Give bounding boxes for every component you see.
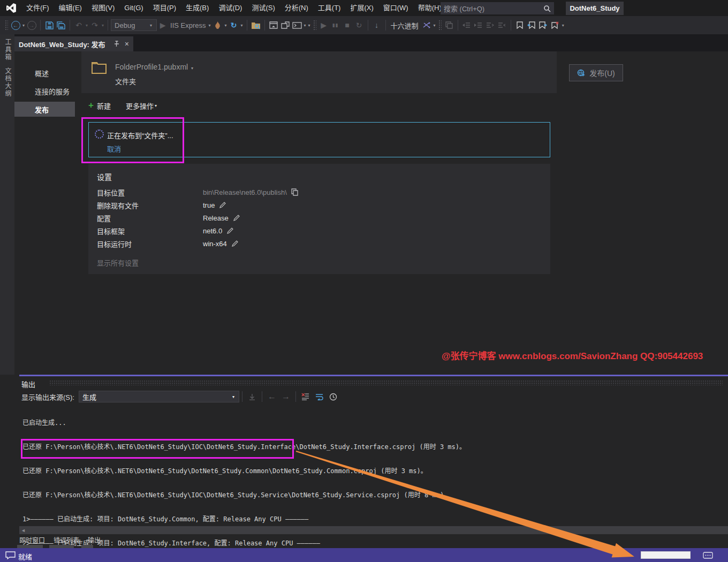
nav-item-overview[interactable]: 概述 xyxy=(14,65,75,80)
timestamp-clock-button[interactable] xyxy=(327,391,340,402)
run-profile-label[interactable]: IIS Express xyxy=(170,21,206,29)
comment-selection-button[interactable] xyxy=(485,19,496,32)
menu-git[interactable]: Git(G) xyxy=(119,0,148,16)
show-all-settings-link[interactable]: 显示所有设置 xyxy=(97,257,139,268)
nav-item-connected-services[interactable]: 连接的服务 xyxy=(14,83,75,98)
new-profile-label: 新建 xyxy=(97,101,111,111)
undo-dropdown-caret[interactable]: ▾ xyxy=(86,23,88,28)
close-tab-icon[interactable]: × xyxy=(125,40,129,48)
panel-drag-texture[interactable] xyxy=(49,380,723,385)
toggle-bookmark-button[interactable] xyxy=(514,19,525,32)
undo-button[interactable]: ↶ xyxy=(73,19,84,32)
output-horizontal-scrollbar[interactable]: ◄ xyxy=(19,526,728,534)
increase-indent-button[interactable] xyxy=(473,19,484,32)
find-in-solution-explorer-button[interactable] xyxy=(251,19,261,32)
copy-parallel-stacks-button[interactable] xyxy=(444,19,454,32)
run-profile-caret[interactable]: ▾ xyxy=(209,23,211,28)
menu-debug[interactable]: 调试(D) xyxy=(214,0,247,16)
restart-caret[interactable]: ▾ xyxy=(241,23,243,28)
redo-button[interactable]: ↷ xyxy=(89,19,100,32)
search-icon[interactable] xyxy=(543,5,551,12)
menu-extensions[interactable]: 扩展(X) xyxy=(345,0,378,16)
continue-button[interactable]: ▶ xyxy=(318,19,329,32)
uncomment-selection-button[interactable] xyxy=(497,19,507,32)
toolbar-overflow-caret[interactable]: ▾ xyxy=(308,23,310,28)
hexadecimal-toggle-button[interactable]: 十六进制 xyxy=(391,20,419,31)
clear-all-output-button[interactable] xyxy=(299,391,312,402)
debug-toolbar-overflow-caret[interactable]: ▾ xyxy=(434,23,436,28)
save-all-button[interactable] xyxy=(56,19,66,32)
new-profile-button[interactable]: + 新建 xyxy=(88,100,111,111)
restart-debug-button[interactable]: ↻ xyxy=(354,19,365,32)
profile-name-label: FolderProfile1.pubxml xyxy=(115,63,188,71)
document-outline-vertical-tab[interactable]: 文档大纲 xyxy=(3,67,12,97)
menu-view[interactable]: 视图(V) xyxy=(87,0,119,16)
cancel-publish-link[interactable]: 取消 xyxy=(107,143,121,154)
output-source-dropdown[interactable]: 生成 ▾ xyxy=(79,391,239,402)
menu-test[interactable]: 测试(S) xyxy=(247,0,279,16)
edit-pencil-icon[interactable] xyxy=(226,227,234,234)
visual-studio-logo-icon[interactable] xyxy=(5,3,17,13)
navigate-forward-button[interactable]: → xyxy=(26,19,37,32)
decrease-indent-button[interactable] xyxy=(461,19,472,32)
terminal-button[interactable] xyxy=(292,19,302,32)
edit-pencil-icon[interactable] xyxy=(231,240,239,247)
toolbar-grip[interactable] xyxy=(5,20,8,31)
word-wrap-button[interactable] xyxy=(313,391,326,402)
more-actions-label: 更多操作 xyxy=(126,101,154,111)
step-into-button[interactable]: ↓ xyxy=(371,19,382,32)
back-dropdown-caret[interactable]: ▾ xyxy=(22,23,25,28)
copy-icon[interactable] xyxy=(291,188,298,196)
nav-item-publish[interactable]: 发布 xyxy=(14,102,75,117)
stop-button[interactable]: ■ xyxy=(342,19,353,32)
notifications-icon[interactable] xyxy=(703,552,713,559)
clear-bookmarks-button[interactable] xyxy=(550,19,560,32)
start-debug-play-icon[interactable]: ▶ xyxy=(157,19,168,32)
goto-message-button[interactable] xyxy=(246,391,259,402)
toolbar-grip[interactable] xyxy=(313,20,316,31)
hot-reload-button[interactable] xyxy=(213,19,223,32)
previous-bookmark-button[interactable] xyxy=(526,19,537,32)
show-threads-button[interactable] xyxy=(421,19,432,32)
navigate-back-button[interactable]: ← xyxy=(10,19,21,32)
setting-value: true xyxy=(203,201,215,209)
edit-pencil-icon[interactable] xyxy=(233,214,240,222)
publish-button[interactable]: 发布(U) xyxy=(569,64,623,81)
toolbar-grip[interactable] xyxy=(438,20,442,31)
setting-value: net6.0 xyxy=(203,227,222,235)
menu-tools[interactable]: 工具(T) xyxy=(313,0,346,16)
home-window-button[interactable] xyxy=(268,19,279,32)
document-tab-publish[interactable]: DotNet6_Web_Study: 发布 × xyxy=(14,36,133,51)
plus-icon: + xyxy=(88,100,94,111)
redo-dropdown-caret[interactable]: ▾ xyxy=(102,23,104,28)
save-button[interactable] xyxy=(44,19,55,32)
menu-edit[interactable]: 编辑(E) xyxy=(54,0,87,16)
menu-file[interactable]: 文件(F) xyxy=(21,0,54,16)
toolbox-vertical-tab[interactable]: 工具箱 xyxy=(3,39,12,61)
menu-project[interactable]: 项目(P) xyxy=(148,0,181,16)
tab-error-list[interactable]: 错误列表 xyxy=(54,535,79,544)
solution-configuration-dropdown[interactable]: Debug ▾ xyxy=(111,19,157,31)
panel-splitter[interactable] xyxy=(19,375,728,376)
feedback-icon[interactable] xyxy=(5,551,16,559)
window-layout-button[interactable] xyxy=(280,19,291,32)
pause-button[interactable]: ▮▮ xyxy=(330,19,341,32)
terminal-caret[interactable]: ▾ xyxy=(304,23,306,28)
scroll-left-arrow-icon[interactable]: ◄ xyxy=(21,528,26,533)
profile-name-dropdown[interactable]: FolderProfile1.pubxml ▾ xyxy=(115,63,194,71)
restart-app-button[interactable]: ↻ xyxy=(229,19,239,32)
previous-message-button[interactable]: ← xyxy=(266,391,278,402)
next-bookmark-button[interactable] xyxy=(538,19,549,32)
next-message-button[interactable]: → xyxy=(279,391,292,402)
more-actions-button[interactable]: 更多操作 ▾ xyxy=(126,101,158,111)
bookmark-overflow-caret[interactable]: ▾ xyxy=(562,23,564,28)
pin-tab-icon[interactable] xyxy=(113,41,119,47)
tab-output[interactable]: 输出 xyxy=(88,535,101,544)
quick-search-input[interactable]: 搜索 (Ctrl+Q) xyxy=(441,2,554,14)
menu-analyze[interactable]: 分析(N) xyxy=(280,0,313,16)
menu-window[interactable]: 窗口(W) xyxy=(378,0,413,16)
menu-build[interactable]: 生成(B) xyxy=(181,0,214,16)
tab-immediate-window[interactable]: 即时窗口 xyxy=(19,535,45,544)
hot-reload-caret[interactable]: ▾ xyxy=(225,23,227,28)
edit-pencil-icon[interactable] xyxy=(219,201,226,209)
